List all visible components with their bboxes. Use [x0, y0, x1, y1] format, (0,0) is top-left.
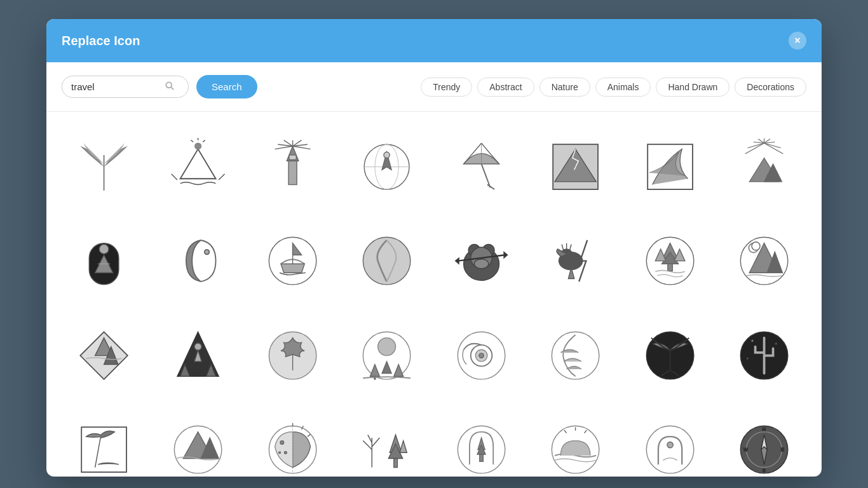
svg-point-23	[384, 152, 390, 158]
svg-line-104	[308, 435, 311, 437]
svg-point-126	[667, 442, 673, 448]
icon-bird-nature-circle[interactable]	[439, 313, 524, 398]
svg-marker-116	[400, 441, 407, 453]
svg-marker-55	[504, 252, 508, 258]
icon-rocket-globe[interactable]	[345, 125, 430, 209]
icon-lighthouse[interactable]	[250, 125, 335, 209]
svg-line-38	[764, 143, 781, 147]
svg-rect-10	[288, 161, 297, 184]
svg-point-125	[646, 426, 694, 473]
svg-marker-3	[180, 149, 216, 179]
filter-tag-hand-drawn[interactable]: Hand Drawn	[656, 78, 729, 97]
icon-sun-moon-stars[interactable]	[250, 408, 335, 477]
search-bar: Search Trendy Abstract Nature Animals Ha…	[46, 62, 822, 112]
svg-line-40	[764, 143, 783, 154]
svg-marker-81	[370, 364, 380, 376]
svg-marker-56	[455, 258, 459, 264]
svg-point-94	[775, 342, 777, 344]
svg-text:S: S	[763, 468, 766, 473]
icon-mountain-moon-circle[interactable]	[722, 219, 807, 304]
filter-tag-abstract[interactable]: Abstract	[477, 78, 534, 97]
svg-text:N: N	[763, 426, 766, 432]
svg-line-39	[745, 143, 764, 154]
svg-line-7	[203, 140, 205, 142]
icon-arch-desert-circle[interactable]	[628, 408, 712, 477]
icon-river-road-circle[interactable]	[345, 219, 430, 304]
svg-rect-115	[394, 459, 398, 468]
svg-point-95	[747, 358, 749, 360]
svg-rect-120	[479, 454, 483, 461]
modal-title: Replace Icon	[62, 34, 140, 48]
icons-grid: N S E W	[62, 125, 806, 477]
svg-rect-12	[289, 155, 296, 159]
svg-point-106	[284, 452, 287, 454]
search-input[interactable]	[71, 81, 160, 92]
svg-point-53	[474, 259, 488, 269]
svg-line-111	[372, 438, 379, 447]
search-button[interactable]: Search	[196, 75, 257, 98]
svg-text:W: W	[743, 447, 748, 453]
svg-marker-84	[394, 364, 403, 376]
icon-pyramid-square[interactable]	[534, 125, 618, 209]
filter-tag-decorations[interactable]: Decorations	[735, 78, 806, 97]
svg-rect-62	[668, 264, 672, 271]
icon-mountain-valley[interactable]	[156, 408, 241, 477]
icon-palm-leaves[interactable]	[62, 125, 146, 209]
icon-sun-horizon-circle[interactable]	[534, 408, 618, 477]
filter-tag-animals[interactable]: Animals	[595, 78, 651, 97]
svg-line-124	[585, 430, 587, 433]
icon-ship-circle[interactable]	[250, 219, 335, 304]
svg-line-112	[368, 435, 372, 442]
modal-header: Replace Icon ×	[46, 19, 822, 62]
icon-compass-dark-circle[interactable]: N S E W	[722, 408, 807, 477]
svg-line-1	[171, 87, 173, 90]
search-icon	[165, 81, 174, 92]
filter-tag-trendy[interactable]: Trendy	[421, 78, 472, 97]
svg-line-97	[95, 435, 100, 467]
search-input-wrapper	[62, 76, 189, 98]
icon-trees-landscape-circle[interactable]	[345, 313, 430, 398]
icon-palm-dark-circle[interactable]	[628, 313, 712, 398]
svg-marker-83	[382, 362, 391, 374]
filter-tag-nature[interactable]: Nature	[539, 78, 590, 97]
icon-palm-beach-square[interactable]	[62, 408, 146, 477]
icon-sun-rays-mountain[interactable]	[722, 125, 807, 209]
icon-tropical-leaves-square[interactable]	[628, 125, 712, 209]
svg-text:E: E	[781, 447, 784, 453]
svg-line-8	[172, 173, 177, 179]
svg-point-93	[751, 339, 754, 342]
close-button[interactable]: ×	[789, 32, 806, 50]
svg-point-42	[99, 245, 109, 254]
icon-beach-umbrella[interactable]	[439, 125, 524, 209]
svg-line-123	[564, 430, 567, 433]
svg-point-48	[363, 237, 410, 285]
svg-point-69	[752, 242, 760, 250]
icon-triangle-figure[interactable]	[156, 313, 241, 398]
icon-cactus-dark-circle[interactable]	[722, 313, 807, 398]
icon-diamond-mountain[interactable]	[62, 313, 146, 398]
replace-icon-modal: Replace Icon × Search Trendy Abstract Na…	[46, 19, 822, 477]
svg-point-80	[378, 337, 396, 355]
filter-tags: Trendy Abstract Nature Animals Hand Draw…	[421, 78, 806, 97]
icon-bird-lightning[interactable]	[534, 219, 618, 304]
icon-bear-arrow[interactable]	[439, 219, 524, 304]
svg-point-45	[205, 250, 209, 254]
icon-grid-container[interactable]: N S E W	[46, 112, 822, 477]
icon-arch-trees-circle[interactable]	[439, 408, 524, 477]
icon-mountain-sunrise[interactable]	[156, 125, 241, 209]
svg-line-6	[191, 140, 194, 142]
svg-point-105	[280, 441, 284, 445]
icon-leaf-trees-circle[interactable]	[250, 313, 335, 398]
icon-door-arch[interactable]	[62, 219, 146, 304]
svg-line-26	[487, 184, 494, 189]
svg-point-0	[166, 82, 172, 88]
svg-line-9	[219, 173, 224, 179]
svg-line-37	[748, 143, 764, 147]
icon-pine-trees-circle[interactable]	[628, 219, 712, 304]
modal-overlay: Replace Icon × Search Trendy Abstract Na…	[0, 0, 868, 488]
svg-point-89	[552, 332, 599, 379]
svg-line-110	[363, 441, 372, 450]
icon-river-leaves-circle[interactable]	[534, 313, 618, 398]
icon-tree-silhouette[interactable]	[345, 408, 430, 477]
icon-crescent-moon[interactable]	[156, 219, 241, 304]
